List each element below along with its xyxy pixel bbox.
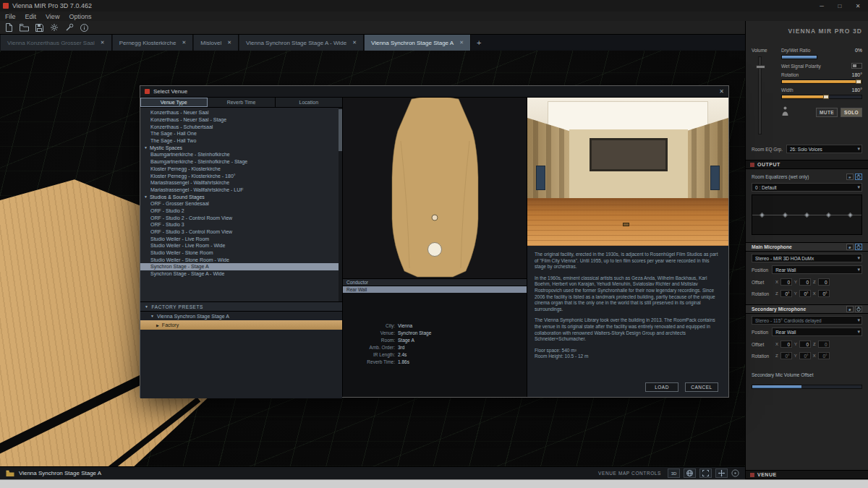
tab-close-icon[interactable]: ✕ — [352, 40, 357, 46]
scrollbar-thumb[interactable] — [339, 109, 342, 151]
venue-list-item[interactable]: ▼ ORF - Grosser Sendesaal — [140, 200, 342, 207]
conductor-marker[interactable] — [432, 215, 438, 221]
venue-list-item[interactable]: ▼ ORF - Studio 2 - Control Room View — [140, 214, 342, 221]
factory-preset-group[interactable]: ▼ Vienna Synchron Stage Stage A — [140, 312, 342, 320]
menu-file[interactable]: File — [5, 13, 16, 20]
venue-list-item[interactable]: ▼ ORF - Studio 3 — [140, 221, 342, 228]
cancel-button[interactable]: CANCEL — [685, 382, 718, 392]
venue-floorplan-map[interactable] — [343, 98, 527, 278]
output-section-header[interactable]: OUTPUT — [746, 160, 868, 169]
venue-list-item[interactable]: ▼ Baumgartnerkirche - Steinhofkirche - S… — [140, 158, 342, 166]
tools-icon[interactable] — [65, 23, 74, 32]
project-tab[interactable]: Vienna Konzerthaus Grosser Saal ✕ — [1, 35, 112, 51]
eq-node[interactable] — [760, 212, 765, 217]
venue-list-item[interactable]: ▼ Synchron Stage - Stage A - Wide — [140, 270, 342, 278]
globe-view-icon[interactable] — [684, 468, 696, 478]
menu-options[interactable]: Options — [69, 13, 91, 20]
eq-preset-dropdown[interactable]: 0 : Default ▾ — [752, 183, 862, 192]
venue-list-item[interactable]: ▼ Konzerthaus - Neuer Saal - Stage — [140, 116, 342, 124]
new-file-icon[interactable] — [5, 23, 13, 32]
offset-z-field[interactable]: 0 — [818, 278, 830, 286]
rotation-x-field[interactable]: 0° — [818, 290, 830, 297]
venue-list-scrollbar[interactable] — [339, 108, 342, 301]
save-icon[interactable] — [35, 24, 43, 32]
venue-list-item[interactable]: ▼ Studio Weiler - Live Room - Wide — [140, 242, 342, 249]
main-position-dropdown[interactable]: Rear Wall ▾ — [772, 265, 862, 274]
eq-edit-button[interactable]: e — [846, 174, 854, 180]
eq-node[interactable] — [783, 212, 788, 217]
tab-close-icon[interactable]: ✕ — [459, 40, 464, 46]
dialog-close-icon[interactable]: ✕ — [719, 88, 724, 95]
venue-list-item[interactable]: ▼ ORF - Studio 3 - Control Room View — [140, 228, 342, 236]
venue-section-header[interactable]: VENUE — [746, 470, 868, 479]
venue-list-item[interactable]: ▼ The Sage - Hall One — [140, 130, 342, 137]
maximize-button[interactable]: □ — [833, 3, 847, 9]
rotation-z-field[interactable]: 0° — [780, 352, 792, 359]
add-tab-button[interactable]: + — [472, 35, 486, 51]
main-mic-header[interactable]: Main Microphone e — [746, 242, 868, 252]
mic-edit-button[interactable]: e — [846, 244, 854, 250]
venue-list-item[interactable]: ▼ Studios & Sound Stages — [140, 193, 342, 200]
secondary-mic-header[interactable]: Secondary Microphone e — [746, 304, 868, 314]
orbit-target-icon[interactable] — [731, 467, 739, 480]
offset-y-field[interactable]: 0 — [799, 278, 811, 286]
project-tab[interactable]: Vienna Synchron Stage Stage A - Wide ✕ — [239, 35, 364, 51]
eq-curve-editor[interactable] — [752, 194, 862, 235]
marker-row-conductor[interactable]: Conductor — [343, 278, 527, 286]
mic-edit-button[interactable]: e — [846, 306, 854, 312]
rotation-slider[interactable] — [781, 80, 862, 84]
open-folder-icon[interactable] — [20, 24, 29, 32]
venue-list-item[interactable]: ▼ Studio Weiler - Live Room — [140, 235, 342, 242]
venue-list-item[interactable]: ▼ Konzerthaus - Schubertsaal — [140, 123, 342, 130]
venue-sort-tab[interactable]: Location — [276, 98, 343, 107]
room-eq-grp-dropdown[interactable]: 26: Solo Voices ▾ — [786, 145, 862, 153]
fit-view-icon[interactable] — [699, 468, 712, 478]
venue-sort-tab[interactable]: Reverb Time — [208, 98, 275, 107]
venue-list-item[interactable]: ▼ Synchron Stage - Stage A — [140, 263, 342, 270]
eq-node[interactable] — [848, 212, 853, 217]
venue-list-item[interactable]: ▼ Konzerthaus - Neuer Saal — [140, 109, 342, 116]
eq-node[interactable] — [826, 212, 831, 217]
wet-polarity-toggle[interactable] — [851, 63, 862, 69]
rotation-y-field[interactable]: 0° — [799, 290, 811, 297]
mic-position-marker[interactable] — [428, 243, 442, 257]
venue-list-item[interactable]: ▼ Kloster Pernegg - Klosterkirche — [140, 166, 342, 173]
venue-list-item[interactable]: ▼ Kloster Pernegg - Klosterkirche - 180° — [140, 172, 342, 179]
project-tab[interactable]: Pernegg Klosterkirche ✕ — [113, 35, 194, 51]
mic-power-button[interactable] — [855, 244, 862, 250]
pan-move-icon[interactable] — [715, 468, 728, 478]
drywet-slider[interactable] — [781, 55, 817, 59]
view-3d-button[interactable]: 3D — [668, 468, 680, 478]
load-button[interactable]: LOAD — [645, 382, 678, 392]
offset-z-field[interactable]: 0 — [818, 341, 830, 348]
volume-slider[interactable] — [758, 56, 762, 134]
settings-gear-icon[interactable] — [50, 23, 59, 32]
project-tab[interactable]: Vienna Synchron Stage Stage A ✕ — [365, 35, 471, 51]
eq-power-button[interactable] — [855, 174, 862, 180]
project-tab[interactable]: Mislovel ✕ — [194, 35, 239, 51]
volume-slider-handle[interactable] — [756, 65, 765, 69]
venue-list-item[interactable]: ▼ Mystic Spaces — [140, 144, 342, 151]
factory-preset-item[interactable]: ▶ Factory — [140, 320, 342, 330]
menu-edit[interactable]: Edit — [25, 13, 37, 20]
venue-list[interactable]: ▼ Konzerthaus - Neuer Saal ▼ Konzerthaus… — [140, 108, 342, 301]
secondary-position-dropdown[interactable]: Rear Wall ▾ — [772, 328, 862, 336]
venue-list-item[interactable]: ▼ Baumgartnerkirche - Steinhofkirche — [140, 151, 342, 158]
dialog-title-bar[interactable]: Select Venue ✕ — [140, 86, 728, 98]
venue-list-item[interactable]: ▼ Studio Weiler - Stone Room — [140, 249, 342, 257]
venue-sort-tab[interactable]: Venue Type — [140, 98, 208, 107]
close-button[interactable]: ✕ — [851, 3, 865, 9]
venue-list-item[interactable]: ▼ The Sage - Hall Two — [140, 137, 342, 145]
rotation-x-field[interactable]: 0° — [818, 352, 830, 359]
factory-presets-header[interactable]: ▼ FACTORY PRESETS — [140, 302, 342, 312]
venue-list-item[interactable]: ▼ Mariastrassengel - Wallfahrtskirche - … — [140, 187, 342, 194]
minimize-button[interactable]: ─ — [814, 3, 829, 9]
menu-view[interactable]: View — [46, 13, 59, 20]
secondary-mic-dropdown[interactable]: Stereo - 115° Cardioids delayed ▾ — [752, 316, 862, 325]
main-mic-dropdown[interactable]: Stereo - MIR 3D HOA DuMx ▾ — [752, 254, 862, 262]
info-icon[interactable] — [80, 24, 88, 32]
venue-list-item[interactable]: ▼ Mariastrassengel - Wallfahrtskirche — [140, 179, 342, 187]
tab-close-icon[interactable]: ✕ — [182, 40, 186, 46]
solo-button[interactable]: SOLO — [841, 108, 862, 117]
mic-power-button[interactable] — [855, 306, 862, 312]
